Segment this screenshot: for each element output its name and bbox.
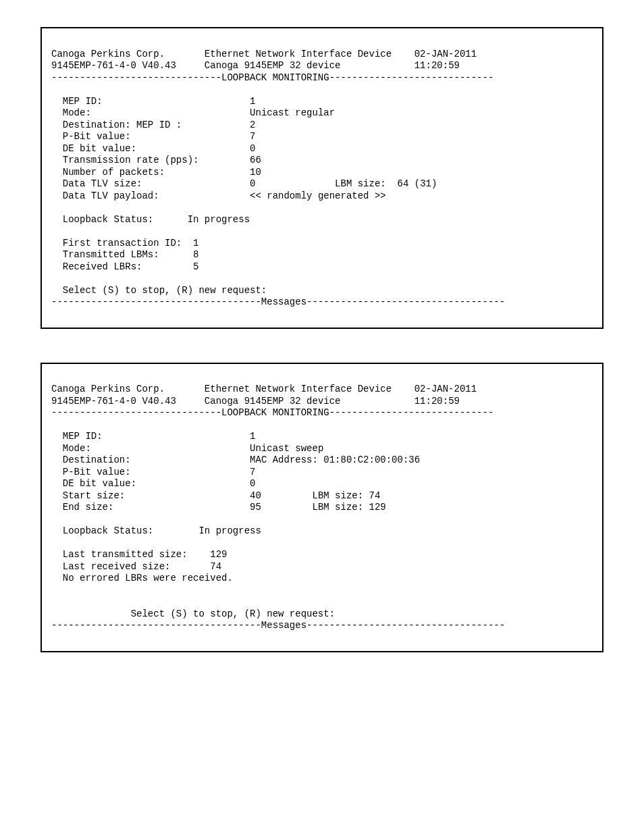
mep-id-label: MEP ID: [63, 431, 103, 442]
tlvpayload-label: Data TLV payload: [63, 190, 159, 201]
terminal-screen-2: Canoga Perkins Corp. Ethernet Network In… [41, 363, 603, 652]
mep-id-label: MEP ID: [63, 96, 103, 107]
title: Ethernet Network Interface Device [205, 384, 392, 394]
msg-title: Messages [261, 296, 306, 307]
debit-value: 0 [250, 478, 255, 489]
status-label: Loopback Status: [63, 525, 153, 536]
noerr: No errored LBRs were received. [63, 573, 233, 583]
rxlbr-label: Received LBRs: [63, 261, 142, 272]
section-title: LOOPBACK MONITORING [221, 407, 329, 418]
startsize-label: Start size: [63, 490, 125, 501]
pbit-label: P-Bit value: [63, 131, 131, 142]
txlbm-label: Transmitted LBMs: [63, 249, 159, 260]
prompt[interactable]: Select (S) to stop, (R) new request: [131, 608, 335, 619]
time: 11:20:59 [414, 60, 460, 71]
endsize-lbm-value: 129 [369, 502, 386, 513]
pbit-label: P-Bit value: [63, 467, 131, 477]
company: Canoga Perkins Corp. [51, 384, 165, 394]
endsize-lbm-label: LBM size: [313, 502, 364, 513]
lasttx-value: 129 [210, 549, 227, 560]
debit-value: 0 [250, 143, 255, 154]
mode-value: Unicast regular [250, 107, 335, 118]
lastrx-label: Last received size: [63, 561, 171, 572]
destination-label: Destination: MEP ID : [63, 120, 182, 130]
model: 9145EMP-761-4-0 V40.43 [51, 396, 176, 407]
txlbm-value: 8 [193, 249, 198, 260]
mode-value: Unicast sweep [250, 443, 323, 454]
rxlbr-value: 5 [193, 261, 198, 272]
terminal-screen-1: Canoga Perkins Corp. Ethernet Network In… [41, 27, 603, 329]
startsize-lbm-label: LBM size: [313, 490, 364, 501]
msg-title: Messages [261, 620, 306, 631]
pbit-value: 7 [250, 467, 255, 477]
mep-id-value: 1 [250, 431, 255, 442]
debit-label: DE bit value: [63, 478, 136, 489]
company: Canoga Perkins Corp. [51, 49, 165, 59]
endsize-value: 95 [250, 502, 261, 513]
numpkts-value: 10 [250, 167, 261, 178]
tlvsize-value: 0 [250, 178, 255, 189]
device: Canoga 9145EMP 32 device [205, 396, 341, 407]
tlvsize-label: Data TLV size: [63, 178, 142, 189]
status-label: Loopback Status: [63, 214, 153, 225]
lbmsize-label: LBM size: [335, 178, 386, 189]
divider-left: ------------------------------ [51, 407, 221, 418]
date: 02-JAN-2011 [414, 49, 477, 59]
mep-id-value: 1 [250, 96, 255, 107]
msg-divider-right: ----------------------------------- [306, 296, 505, 307]
startsize-value: 40 [250, 490, 261, 501]
endsize-label: End size: [63, 502, 114, 513]
pbit-value: 7 [250, 131, 255, 142]
tlvpayload-value: << randomly generated >> [250, 190, 386, 201]
date: 02-JAN-2011 [414, 384, 477, 394]
divider-right: ----------------------------- [329, 407, 494, 418]
status-value: In progress [188, 214, 250, 225]
mode-label: Mode: [63, 107, 91, 118]
model: 9145EMP-761-4-0 V40.43 [51, 60, 176, 71]
debit-label: DE bit value: [63, 143, 136, 154]
mode-label: Mode: [63, 443, 91, 454]
title: Ethernet Network Interface Device [205, 49, 392, 59]
status-value: In progress [198, 525, 261, 536]
section-title: LOOPBACK MONITORING [221, 72, 329, 83]
destination-value: MAC Address: 01:80:C2:00:00:36 [250, 454, 420, 465]
firsttx-label: First transaction ID: [63, 238, 182, 249]
time: 11:20:59 [414, 396, 460, 407]
lbmsize-value: 64 (31) [398, 178, 437, 189]
prompt[interactable]: Select (S) to stop, (R) new request: [63, 285, 267, 296]
device: Canoga 9145EMP 32 device [205, 60, 341, 71]
msg-divider-left: ------------------------------------- [51, 620, 261, 631]
lasttx-label: Last transmitted size: [63, 549, 188, 560]
startsize-lbm-value: 74 [369, 490, 381, 501]
numpkts-label: Number of packets: [63, 167, 165, 178]
lastrx-value: 74 [210, 561, 221, 572]
divider-right: ----------------------------- [329, 72, 494, 83]
msg-divider-right: ----------------------------------- [306, 620, 505, 631]
destination-value: 2 [250, 120, 255, 130]
destination-label: Destination: [63, 454, 131, 465]
txrate-value: 66 [250, 155, 261, 165]
divider-left: ------------------------------ [51, 72, 221, 83]
firsttx-value: 1 [193, 238, 198, 249]
msg-divider-left: ------------------------------------- [51, 296, 261, 307]
txrate-label: Transmission rate (pps): [63, 155, 199, 165]
